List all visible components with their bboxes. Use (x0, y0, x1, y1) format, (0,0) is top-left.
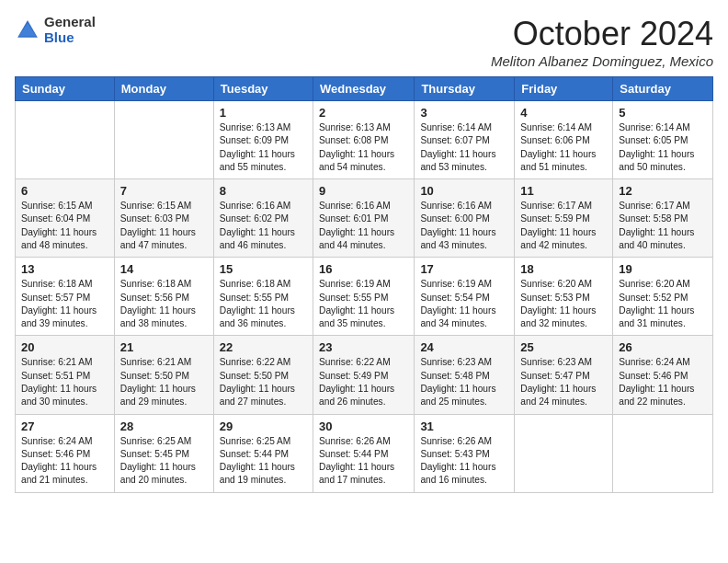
day-of-week-tuesday: Tuesday (213, 77, 313, 101)
cell-info: Sunrise: 6:17 AMSunset: 5:59 PMDaylight:… (520, 201, 596, 250)
logo: General Blue (15, 15, 96, 45)
calendar-cell: 23Sunrise: 6:22 AMSunset: 5:49 PMDayligh… (313, 336, 415, 414)
day-number: 23 (319, 340, 408, 354)
day-of-week-wednesday: Wednesday (313, 77, 415, 101)
day-number: 15 (220, 262, 307, 276)
day-number: 22 (220, 340, 307, 354)
calendar-cell: 11Sunrise: 6:17 AMSunset: 5:59 PMDayligh… (515, 179, 613, 258)
cell-info: Sunrise: 6:23 AMSunset: 5:48 PMDaylight:… (420, 357, 495, 407)
page-header: General Blue October 2024 Meliton Albane… (15, 15, 713, 69)
day-number: 17 (420, 262, 508, 276)
calendar-cell: 25Sunrise: 6:23 AMSunset: 5:47 PMDayligh… (515, 336, 613, 414)
cell-info: Sunrise: 6:25 AMSunset: 5:45 PMDaylight:… (120, 436, 196, 486)
cell-info: Sunrise: 6:18 AMSunset: 5:55 PMDaylight:… (220, 279, 295, 328)
calendar-table: SundayMondayTuesdayWednesdayThursdayFrid… (15, 76, 713, 493)
day-number: 27 (21, 419, 108, 433)
calendar-cell: 6Sunrise: 6:15 AMSunset: 6:04 PMDaylight… (16, 179, 115, 258)
calendar-week-4: 20Sunrise: 6:21 AMSunset: 5:51 PMDayligh… (16, 336, 713, 414)
day-number: 10 (420, 184, 508, 198)
days-of-week-header: SundayMondayTuesdayWednesdayThursdayFrid… (16, 77, 713, 101)
cell-info: Sunrise: 6:23 AMSunset: 5:47 PMDaylight:… (520, 357, 596, 407)
cell-info: Sunrise: 6:25 AMSunset: 5:44 PMDaylight:… (220, 436, 295, 486)
day-number: 5 (619, 106, 707, 120)
day-number: 29 (220, 419, 307, 433)
cell-info: Sunrise: 6:26 AMSunset: 5:43 PMDaylight:… (420, 436, 495, 486)
day-number: 18 (520, 262, 607, 276)
calendar-cell: 26Sunrise: 6:24 AMSunset: 5:46 PMDayligh… (613, 336, 713, 414)
calendar-cell: 7Sunrise: 6:15 AMSunset: 6:03 PMDaylight… (114, 179, 213, 258)
day-of-week-sunday: Sunday (16, 77, 115, 101)
day-number: 25 (520, 340, 607, 354)
logo-general: General (44, 15, 96, 30)
calendar-cell (613, 414, 713, 492)
cell-info: Sunrise: 6:16 AMSunset: 6:01 PMDaylight:… (319, 201, 394, 250)
calendar-cell: 5Sunrise: 6:14 AMSunset: 6:05 PMDaylight… (613, 101, 713, 179)
cell-info: Sunrise: 6:18 AMSunset: 5:57 PMDaylight:… (21, 279, 97, 328)
cell-info: Sunrise: 6:15 AMSunset: 6:04 PMDaylight:… (21, 201, 97, 250)
cell-info: Sunrise: 6:20 AMSunset: 5:53 PMDaylight:… (520, 279, 596, 328)
day-of-week-thursday: Thursday (415, 77, 515, 101)
logo-text: General Blue (44, 15, 96, 45)
calendar-cell: 4Sunrise: 6:14 AMSunset: 6:06 PMDaylight… (515, 101, 613, 179)
calendar-body: 1Sunrise: 6:13 AMSunset: 6:09 PMDaylight… (16, 101, 713, 493)
cell-info: Sunrise: 6:13 AMSunset: 6:09 PMDaylight:… (220, 122, 295, 172)
month-title: October 2024 (491, 15, 713, 53)
day-number: 4 (520, 106, 607, 120)
cell-info: Sunrise: 6:22 AMSunset: 5:49 PMDaylight:… (319, 357, 394, 407)
day-number: 9 (319, 184, 408, 198)
day-number: 30 (319, 419, 408, 433)
calendar-week-5: 27Sunrise: 6:24 AMSunset: 5:46 PMDayligh… (16, 414, 713, 492)
day-number: 26 (619, 340, 707, 354)
calendar-cell: 20Sunrise: 6:21 AMSunset: 5:51 PMDayligh… (16, 336, 115, 414)
cell-info: Sunrise: 6:26 AMSunset: 5:44 PMDaylight:… (319, 436, 394, 486)
day-number: 31 (420, 419, 508, 433)
cell-info: Sunrise: 6:14 AMSunset: 6:07 PMDaylight:… (420, 122, 495, 172)
calendar-cell (16, 101, 115, 179)
calendar-cell: 14Sunrise: 6:18 AMSunset: 5:56 PMDayligh… (114, 258, 213, 336)
calendar-cell: 19Sunrise: 6:20 AMSunset: 5:52 PMDayligh… (613, 258, 713, 336)
day-number: 6 (21, 184, 108, 198)
cell-info: Sunrise: 6:14 AMSunset: 6:06 PMDaylight:… (520, 122, 596, 172)
calendar-cell: 13Sunrise: 6:18 AMSunset: 5:57 PMDayligh… (16, 258, 115, 336)
day-number: 1 (220, 106, 307, 120)
cell-info: Sunrise: 6:19 AMSunset: 5:55 PMDaylight:… (319, 279, 394, 328)
day-number: 21 (120, 340, 208, 354)
day-number: 20 (21, 340, 108, 354)
calendar-cell: 1Sunrise: 6:13 AMSunset: 6:09 PMDaylight… (213, 101, 313, 179)
calendar-cell: 17Sunrise: 6:19 AMSunset: 5:54 PMDayligh… (415, 258, 515, 336)
cell-info: Sunrise: 6:19 AMSunset: 5:54 PMDaylight:… (420, 279, 495, 328)
day-of-week-saturday: Saturday (613, 77, 713, 101)
logo-blue: Blue (44, 30, 96, 46)
calendar-week-3: 13Sunrise: 6:18 AMSunset: 5:57 PMDayligh… (16, 258, 713, 336)
day-number: 16 (319, 262, 408, 276)
calendar-cell: 3Sunrise: 6:14 AMSunset: 6:07 PMDaylight… (415, 101, 515, 179)
location-title: Meliton Albanez Dominguez, Mexico (491, 53, 713, 69)
calendar-cell: 16Sunrise: 6:19 AMSunset: 5:55 PMDayligh… (313, 258, 415, 336)
day-number: 11 (520, 184, 607, 198)
calendar-cell: 10Sunrise: 6:16 AMSunset: 6:00 PMDayligh… (415, 179, 515, 258)
calendar-week-2: 6Sunrise: 6:15 AMSunset: 6:04 PMDaylight… (16, 179, 713, 258)
day-of-week-monday: Monday (114, 77, 213, 101)
day-number: 3 (420, 106, 508, 120)
calendar-cell: 21Sunrise: 6:21 AMSunset: 5:50 PMDayligh… (114, 336, 213, 414)
day-number: 14 (120, 262, 208, 276)
calendar-cell (114, 101, 213, 179)
cell-info: Sunrise: 6:17 AMSunset: 5:58 PMDaylight:… (619, 201, 694, 250)
cell-info: Sunrise: 6:16 AMSunset: 6:02 PMDaylight:… (220, 201, 295, 250)
calendar-cell: 31Sunrise: 6:26 AMSunset: 5:43 PMDayligh… (415, 414, 515, 492)
logo-icon (15, 17, 40, 43)
cell-info: Sunrise: 6:21 AMSunset: 5:51 PMDaylight:… (21, 357, 97, 407)
day-of-week-friday: Friday (515, 77, 613, 101)
cell-info: Sunrise: 6:13 AMSunset: 6:08 PMDaylight:… (319, 122, 394, 172)
cell-info: Sunrise: 6:15 AMSunset: 6:03 PMDaylight:… (120, 201, 196, 250)
day-number: 13 (21, 262, 108, 276)
cell-info: Sunrise: 6:22 AMSunset: 5:50 PMDaylight:… (220, 357, 295, 407)
calendar-cell: 8Sunrise: 6:16 AMSunset: 6:02 PMDaylight… (213, 179, 313, 258)
cell-info: Sunrise: 6:14 AMSunset: 6:05 PMDaylight:… (619, 122, 694, 172)
calendar-cell: 12Sunrise: 6:17 AMSunset: 5:58 PMDayligh… (613, 179, 713, 258)
calendar-cell: 24Sunrise: 6:23 AMSunset: 5:48 PMDayligh… (415, 336, 515, 414)
calendar-cell: 27Sunrise: 6:24 AMSunset: 5:46 PMDayligh… (16, 414, 115, 492)
day-number: 19 (619, 262, 707, 276)
cell-info: Sunrise: 6:16 AMSunset: 6:00 PMDaylight:… (420, 201, 495, 250)
day-number: 7 (120, 184, 208, 198)
